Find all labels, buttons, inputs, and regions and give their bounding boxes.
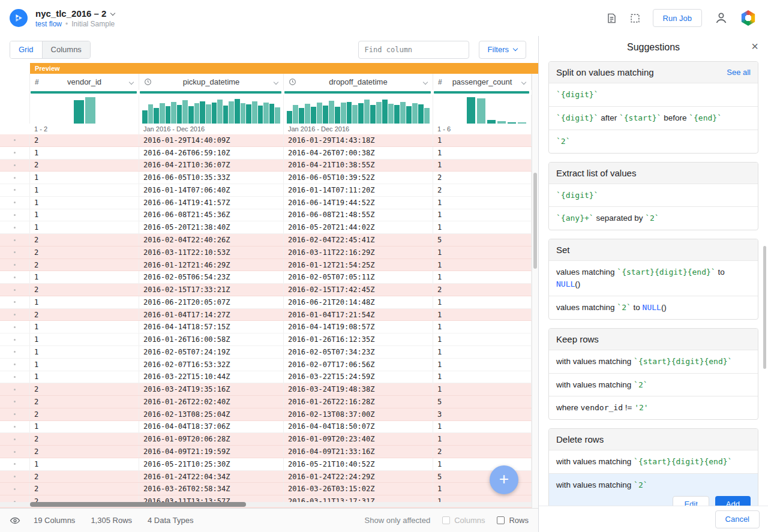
table-row[interactable]: 12016-05-20T21:38:40Z2016-05-20T21:44:02… <box>0 221 538 234</box>
histogram-bar[interactable] <box>206 104 211 124</box>
cell-dropoff_datetime[interactable]: 2016-01-29T14:43:18Z <box>284 134 433 146</box>
cell-dropoff_datetime[interactable]: 2016-05-20T21:44:02Z <box>284 221 433 233</box>
cell-vendor_id[interactable]: 2 <box>30 383 139 395</box>
histogram-bar[interactable] <box>85 97 95 124</box>
histogram-bar[interactable] <box>246 104 251 124</box>
table-row[interactable]: 12016-06-14T19:41:57Z2016-06-14T19:44:52… <box>0 197 538 209</box>
cell-passenger_count[interactable]: 1 <box>433 197 532 209</box>
histogram-bar[interactable] <box>400 102 406 124</box>
cell-vendor_id[interactable]: 1 <box>30 147 139 159</box>
histogram-bar[interactable] <box>412 103 418 124</box>
cell-vendor_id[interactable]: 1 <box>30 296 139 308</box>
cell-vendor_id[interactable]: 2 <box>30 284 139 296</box>
column-header-passenger_count[interactable]: #passenger_count <box>433 74 532 90</box>
suggestion-item[interactable]: with values matching `2`EditAdd <box>549 473 758 506</box>
cell-vendor_id[interactable]: 1 <box>30 209 139 221</box>
row-menu-dot[interactable] <box>0 184 30 196</box>
suggestion-item[interactable]: with values matching `2` <box>549 373 758 396</box>
cell-dropoff_datetime[interactable]: 2016-01-12T21:54:25Z <box>284 259 433 271</box>
cell-dropoff_datetime[interactable]: 2016-02-07T17:06:56Z <box>284 359 433 371</box>
table-row[interactable]: 12016-02-07T16:53:32Z2016-02-07T17:06:56… <box>0 359 538 371</box>
filters-button[interactable]: Filters <box>479 41 526 59</box>
cell-passenger_count[interactable]: 1 <box>433 359 532 371</box>
cell-vendor_id[interactable]: 2 <box>30 408 139 420</box>
cell-pickup_datetime[interactable]: 2016-05-20T21:38:40Z <box>139 221 284 233</box>
histogram-bar[interactable] <box>311 107 316 124</box>
cell-vendor_id[interactable]: 2 <box>30 396 139 408</box>
cell-dropoff_datetime[interactable]: 2016-02-05T07:05:11Z <box>284 271 433 283</box>
cell-pickup_datetime[interactable]: 2016-03-24T19:35:16Z <box>139 383 284 395</box>
cell-pickup_datetime[interactable]: 2016-03-11T22:10:53Z <box>139 247 284 259</box>
table-row[interactable]: 12016-01-26T16:00:58Z2016-01-26T16:12:35… <box>0 333 538 346</box>
histogram-bar[interactable] <box>293 105 298 124</box>
histogram-bar[interactable] <box>388 104 394 124</box>
cell-pickup_datetime[interactable]: 2016-02-07T16:53:32Z <box>139 359 284 371</box>
histogram-bar[interactable] <box>317 103 322 124</box>
suggestion-item[interactable]: values matching `{start}{digit}{end}` to… <box>549 260 758 296</box>
cell-pickup_datetime[interactable]: 2016-06-05T10:35:33Z <box>139 172 284 184</box>
histogram-bar[interactable] <box>305 104 310 124</box>
row-menu-dot[interactable] <box>0 483 30 495</box>
cell-dropoff_datetime[interactable]: 2016-03-11T22:16:29Z <box>284 247 433 259</box>
table-row[interactable]: 22016-01-24T22:04:34Z2016-01-24T22:24:29… <box>0 471 538 483</box>
cell-pickup_datetime[interactable]: 2016-04-09T21:19:59Z <box>139 446 284 458</box>
histogram-bar[interactable] <box>335 107 340 124</box>
cell-dropoff_datetime[interactable]: 2016-04-21T10:38:55Z <box>284 160 433 172</box>
cell-pickup_datetime[interactable]: 2016-04-14T18:57:15Z <box>139 321 284 333</box>
app-logo-icon[interactable] <box>10 9 28 27</box>
cell-pickup_datetime[interactable]: 2016-01-09T20:06:28Z <box>139 433 284 445</box>
row-menu-dot[interactable] <box>0 271 30 283</box>
histogram-bar[interactable] <box>212 103 217 124</box>
table-row[interactable]: 22016-02-04T22:40:26Z2016-02-04T22:45:41… <box>0 234 538 247</box>
cell-vendor_id[interactable]: 2 <box>30 446 139 458</box>
cell-pickup_datetime[interactable]: 2016-02-13T08:25:04Z <box>139 408 284 420</box>
cell-pickup_datetime[interactable]: 2016-02-05T06:54:23Z <box>139 271 284 283</box>
cell-dropoff_datetime[interactable]: 2016-03-22T15:24:59Z <box>284 371 433 383</box>
table-row[interactable]: 22016-04-21T10:36:07Z2016-04-21T10:38:55… <box>0 160 538 172</box>
cell-vendor_id[interactable]: 1 <box>30 321 139 333</box>
table-row[interactable]: 22016-03-26T02:58:34Z2016-03-26T03:15:02… <box>0 483 538 495</box>
histogram-bar[interactable] <box>217 100 223 124</box>
table-row[interactable]: 22016-03-11T22:10:53Z2016-03-11T22:16:29… <box>0 247 538 259</box>
cell-vendor_id[interactable]: 2 <box>30 433 139 445</box>
cell-passenger_count[interactable]: 5 <box>433 234 532 246</box>
histogram-bar[interactable] <box>477 98 485 124</box>
cell-dropoff_datetime[interactable]: 2016-06-14T19:44:52Z <box>284 197 433 209</box>
cell-passenger_count[interactable]: 2 <box>433 446 532 458</box>
table-row[interactable]: 12016-02-05T06:54:23Z2016-02-05T07:05:11… <box>0 271 538 284</box>
row-menu-dot[interactable] <box>0 458 30 470</box>
histogram-bar[interactable] <box>258 106 263 124</box>
suggestion-item[interactable]: with values matching `{start}{digit}{end… <box>549 350 758 373</box>
row-menu-dot[interactable] <box>0 471 30 483</box>
histogram-bar[interactable] <box>200 101 205 124</box>
table-row[interactable]: 22016-02-15T17:33:21Z2016-02-15T17:42:45… <box>0 284 538 296</box>
horizontal-scrollbar[interactable] <box>0 502 532 507</box>
cell-dropoff_datetime[interactable]: 2016-01-09T20:23:40Z <box>284 433 433 445</box>
table-row[interactable]: 22016-02-13T08:25:04Z2016-02-13T08:37:00… <box>0 408 538 421</box>
row-menu-dot[interactable] <box>0 408 30 420</box>
cell-passenger_count[interactable]: 5 <box>433 396 532 408</box>
cell-dropoff_datetime[interactable]: 2016-01-14T07:11:20Z <box>284 184 433 196</box>
column-header-dropoff_datetime[interactable]: dropoff_datetime <box>284 74 433 90</box>
row-menu-dot[interactable] <box>0 346 30 358</box>
row-menu-dot[interactable] <box>0 197 30 209</box>
user-avatar-icon[interactable] <box>714 11 728 25</box>
cell-passenger_count[interactable]: 1 <box>433 433 532 445</box>
columns-checkbox[interactable]: Columns <box>442 516 485 525</box>
run-job-button[interactable]: Run Job <box>653 9 702 27</box>
cell-passenger_count[interactable]: 1 <box>433 346 532 358</box>
cell-dropoff_datetime[interactable]: 2016-01-26T16:12:35Z <box>284 333 433 345</box>
cell-pickup_datetime[interactable]: 2016-01-24T22:04:34Z <box>139 471 284 483</box>
cell-passenger_count[interactable]: 1 <box>433 209 532 221</box>
column-header-pickup_datetime[interactable]: pickup_datetime <box>139 74 284 90</box>
suggestion-item[interactable]: values matching `2` to NULL() <box>549 296 758 319</box>
horizontal-scrollbar-thumb[interactable] <box>30 502 246 507</box>
histogram-bar[interactable] <box>287 111 292 124</box>
rows-checkbox[interactable]: Rows <box>497 516 529 525</box>
cell-vendor_id[interactable]: 1 <box>30 333 139 345</box>
row-menu-dot[interactable] <box>0 209 30 221</box>
cell-vendor_id[interactable]: 1 <box>30 271 139 283</box>
dataset-title[interactable]: nyc_tlc_2016 – 2 <box>35 8 106 19</box>
chevron-down-icon[interactable] <box>424 77 427 88</box>
row-menu-dot[interactable] <box>0 359 30 371</box>
